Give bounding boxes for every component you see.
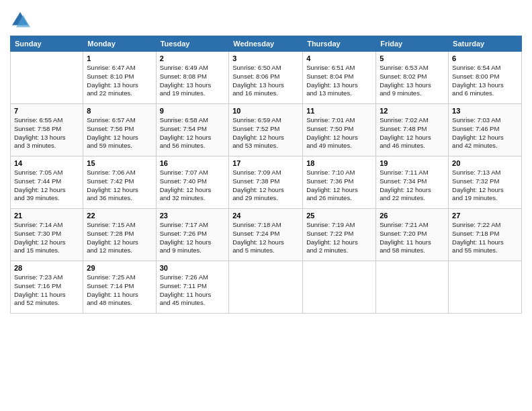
day-info-line: and 59 minutes. <box>87 142 152 150</box>
day-info: Sunrise: 6:47 AMSunset: 8:10 PMDaylight:… <box>87 64 152 98</box>
day-info-line: Sunset: 7:52 PM <box>232 125 299 134</box>
day-info-line: and 58 minutes. <box>380 246 445 255</box>
day-number: 17 <box>232 159 299 167</box>
day-info-line: Sunset: 8:04 PM <box>306 73 372 81</box>
day-info-line: Sunrise: 7:26 AM <box>160 273 226 282</box>
day-info-line: Sunrise: 7:05 AM <box>14 169 79 177</box>
day-number: 14 <box>14 159 79 167</box>
calendar-cell <box>11 52 83 104</box>
day-info-line: Sunset: 7:54 PM <box>160 125 226 134</box>
day-info-line: Daylight: 12 hours <box>380 134 445 142</box>
day-info: Sunrise: 7:09 AMSunset: 7:38 PMDaylight:… <box>232 169 299 203</box>
day-info-line: Sunrise: 6:49 AM <box>160 64 226 73</box>
calendar-cell: 3Sunrise: 6:50 AMSunset: 8:06 PMDaylight… <box>229 52 303 104</box>
day-info-line: Sunset: 8:08 PM <box>160 73 226 81</box>
calendar-cell: 1Sunrise: 6:47 AMSunset: 8:10 PMDaylight… <box>83 52 156 104</box>
col-header-tuesday: Tuesday <box>156 36 229 52</box>
calendar-cell: 28Sunrise: 7:23 AMSunset: 7:16 PMDayligh… <box>11 261 83 314</box>
calendar-cell: 11Sunrise: 7:01 AMSunset: 7:50 PMDayligh… <box>303 104 376 156</box>
day-info-line: and 56 minutes. <box>160 142 226 150</box>
day-info: Sunrise: 7:03 AMSunset: 7:46 PMDaylight:… <box>452 116 518 150</box>
day-info: Sunrise: 7:19 AMSunset: 7:22 PMDaylight:… <box>306 221 372 255</box>
day-info-line: and 9 minutes. <box>380 89 445 98</box>
calendar-cell: 9Sunrise: 6:58 AMSunset: 7:54 PMDaylight… <box>156 104 229 156</box>
day-info-line: Sunrise: 7:01 AM <box>306 116 372 125</box>
day-info-line: Sunset: 7:32 PM <box>452 177 518 186</box>
day-info: Sunrise: 6:54 AMSunset: 8:00 PMDaylight:… <box>452 64 518 98</box>
day-info: Sunrise: 6:51 AMSunset: 8:04 PMDaylight:… <box>306 64 372 98</box>
day-info-line: Sunset: 7:42 PM <box>87 177 152 186</box>
calendar-cell: 30Sunrise: 7:26 AMSunset: 7:11 PMDayligh… <box>156 261 229 314</box>
calendar-week-1: 1Sunrise: 6:47 AMSunset: 8:10 PMDaylight… <box>11 52 522 104</box>
day-info-line: Daylight: 13 hours <box>14 134 79 142</box>
day-info-line: Daylight: 13 hours <box>452 81 518 90</box>
day-info: Sunrise: 7:14 AMSunset: 7:30 PMDaylight:… <box>14 221 79 255</box>
day-info-line: Daylight: 12 hours <box>160 186 226 195</box>
day-info-line: and 53 minutes. <box>232 142 299 150</box>
calendar-table: SundayMondayTuesdayWednesdayThursdayFrid… <box>10 36 522 314</box>
calendar-cell: 26Sunrise: 7:21 AMSunset: 7:20 PMDayligh… <box>376 209 449 261</box>
calendar-week-4: 21Sunrise: 7:14 AMSunset: 7:30 PMDayligh… <box>11 209 522 261</box>
day-info: Sunrise: 7:25 AMSunset: 7:14 PMDaylight:… <box>87 273 152 308</box>
day-info-line: and 22 minutes. <box>380 194 445 203</box>
day-info-line: Sunrise: 6:57 AM <box>87 116 152 125</box>
day-number: 28 <box>14 264 79 272</box>
logo-icon <box>10 10 30 30</box>
day-number: 12 <box>380 107 445 115</box>
day-number: 1 <box>87 54 152 62</box>
day-info-line: Sunrise: 6:47 AM <box>87 64 152 73</box>
calendar-cell <box>376 261 449 314</box>
day-info-line: Sunset: 8:10 PM <box>87 73 152 81</box>
day-info-line: and 6 minutes. <box>452 89 518 98</box>
day-info-line: Sunset: 7:58 PM <box>14 125 79 134</box>
day-info-line: Daylight: 12 hours <box>160 134 226 142</box>
day-number: 19 <box>380 159 445 167</box>
calendar-cell: 14Sunrise: 7:05 AMSunset: 7:44 PMDayligh… <box>11 156 83 209</box>
calendar-cell: 7Sunrise: 6:55 AMSunset: 7:58 PMDaylight… <box>11 104 83 156</box>
day-info-line: Sunset: 8:06 PM <box>232 73 299 81</box>
day-info-line: Daylight: 12 hours <box>306 134 372 142</box>
day-info-line: Sunrise: 7:17 AM <box>160 221 226 230</box>
day-info-line: Daylight: 13 hours <box>306 81 372 90</box>
day-info-line: and 19 minutes. <box>160 89 226 98</box>
col-header-saturday: Saturday <box>449 36 522 52</box>
day-info-line: Sunrise: 7:09 AM <box>232 169 299 177</box>
day-info-line: and 48 minutes. <box>87 299 152 308</box>
day-info-line: Sunrise: 6:51 AM <box>306 64 372 73</box>
day-info-line: Sunrise: 7:25 AM <box>87 273 152 282</box>
calendar-week-5: 28Sunrise: 7:23 AMSunset: 7:16 PMDayligh… <box>11 261 522 314</box>
day-info-line: Daylight: 12 hours <box>306 238 372 247</box>
col-header-monday: Monday <box>83 36 156 52</box>
day-number: 8 <box>87 107 152 115</box>
calendar-cell: 10Sunrise: 6:59 AMSunset: 7:52 PMDayligh… <box>229 104 303 156</box>
day-info-line: Sunrise: 6:53 AM <box>380 64 445 73</box>
day-number: 20 <box>452 159 518 167</box>
day-info-line: and 36 minutes. <box>87 194 152 203</box>
calendar-cell: 23Sunrise: 7:17 AMSunset: 7:26 PMDayligh… <box>156 209 229 261</box>
day-info-line: and 39 minutes. <box>14 194 79 203</box>
day-info-line: Sunrise: 7:06 AM <box>87 169 152 177</box>
day-info-line: Sunset: 7:20 PM <box>380 230 445 238</box>
day-info-line: Sunset: 7:14 PM <box>87 282 152 291</box>
calendar-cell: 20Sunrise: 7:13 AMSunset: 7:32 PMDayligh… <box>449 156 522 209</box>
day-info-line: Sunset: 7:28 PM <box>87 230 152 238</box>
day-info-line: Daylight: 11 hours <box>87 291 152 300</box>
day-info-line: Sunrise: 6:50 AM <box>232 64 299 73</box>
day-info-line: and 16 minutes. <box>232 89 299 98</box>
day-info: Sunrise: 7:23 AMSunset: 7:16 PMDaylight:… <box>14 273 79 308</box>
day-info-line: and 45 minutes. <box>160 299 226 308</box>
day-info-line: Sunset: 7:48 PM <box>380 125 445 134</box>
day-info-line: Daylight: 11 hours <box>452 238 518 247</box>
calendar-week-3: 14Sunrise: 7:05 AMSunset: 7:44 PMDayligh… <box>11 156 522 209</box>
day-info-line: and 32 minutes. <box>160 194 226 203</box>
day-info: Sunrise: 7:06 AMSunset: 7:42 PMDaylight:… <box>87 169 152 203</box>
day-info: Sunrise: 7:05 AMSunset: 7:44 PMDaylight:… <box>14 169 79 203</box>
day-info-line: Daylight: 11 hours <box>14 291 79 300</box>
day-info-line: Daylight: 12 hours <box>160 238 226 247</box>
day-number: 2 <box>160 54 226 62</box>
day-info-line: Sunrise: 7:18 AM <box>232 221 299 230</box>
day-info-line: Daylight: 12 hours <box>306 186 372 195</box>
day-info: Sunrise: 6:53 AMSunset: 8:02 PMDaylight:… <box>380 64 445 98</box>
day-number: 9 <box>160 107 226 115</box>
day-info-line: Sunset: 7:44 PM <box>14 177 79 186</box>
